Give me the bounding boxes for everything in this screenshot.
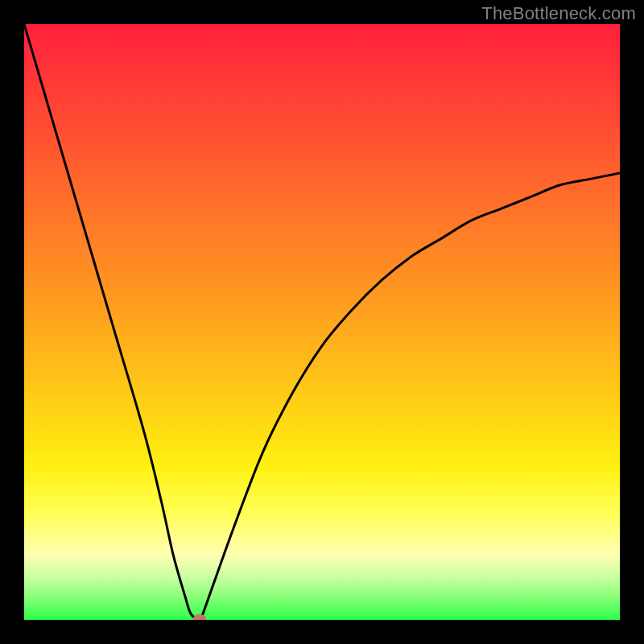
curve-path <box>24 24 620 620</box>
plot-area <box>24 24 620 620</box>
bottleneck-curve <box>24 24 620 620</box>
optimal-marker-icon <box>193 614 206 620</box>
watermark-text: TheBottleneck.com <box>481 3 636 24</box>
chart-frame: TheBottleneck.com <box>0 0 644 644</box>
